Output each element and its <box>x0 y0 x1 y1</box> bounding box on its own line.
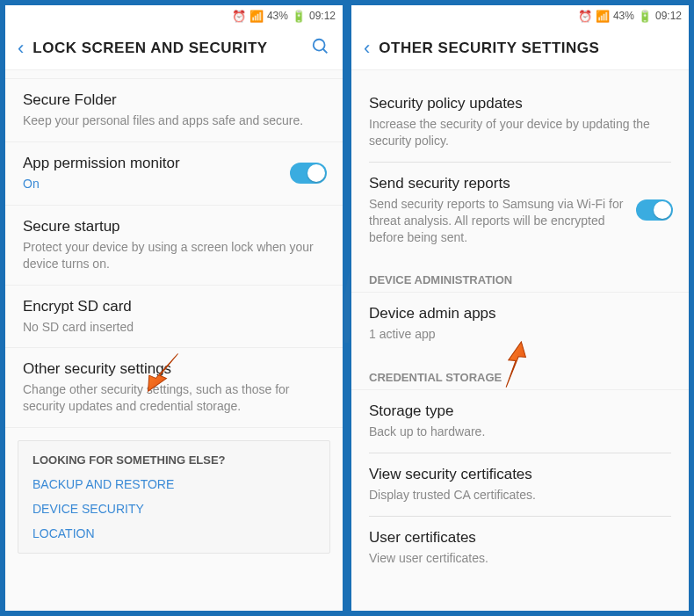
page-title: LOCK SCREEN AND SECURITY <box>33 40 307 57</box>
item-view-security-certificates[interactable]: View security certificates Display trust… <box>351 453 689 516</box>
battery-icon: 🔋 <box>292 10 306 23</box>
settings-list: Secure Folder Keep your personal files a… <box>5 70 343 611</box>
item-sub: Protect your device by using a screen lo… <box>23 239 325 272</box>
search-icon <box>311 37 330 56</box>
item-app-permission-monitor[interactable]: App permission monitor On <box>5 142 343 206</box>
item-title: Device admin apps <box>369 305 671 322</box>
item-secure-startup[interactable]: Secure startup Protect your device by us… <box>5 206 343 286</box>
item-security-policy-updates[interactable]: Security policy updates Increase the sec… <box>351 83 689 162</box>
item-sub: Increase the security of your device by … <box>369 116 671 149</box>
related-links-card: LOOKING FOR SOMETHING ELSE? BACKUP AND R… <box>18 440 330 554</box>
item-title: View security certificates <box>369 466 671 483</box>
battery-pct: 43% <box>267 10 288 22</box>
item-sub: View user certificates. <box>369 550 671 567</box>
item-device-admin-apps[interactable]: Device admin apps 1 active app <box>351 293 689 355</box>
status-bar: ⏰ 📶 43% 🔋 09:12 <box>5 5 343 26</box>
item-sub: 1 active app <box>369 326 671 343</box>
item-sub: Change other security settings, such as … <box>23 381 325 415</box>
settings-list: Security policy updates Increase the sec… <box>351 70 689 611</box>
item-storage-type[interactable]: Storage type Back up to hardware. <box>351 390 689 453</box>
link-backup-restore[interactable]: BACKUP AND RESTORE <box>33 477 315 491</box>
section-credential-storage: CREDENTIAL STORAGE <box>351 355 689 390</box>
alarm-icon: ⏰ <box>232 10 246 23</box>
right-screen: ⏰ 📶 43% 🔋 09:12 ‹ OTHER SECURITY SETTING… <box>350 4 690 612</box>
app-header: ‹ LOCK SCREEN AND SECURITY <box>5 26 343 70</box>
left-screen: ⏰ 📶 43% 🔋 09:12 ‹ LOCK SCREEN AND SECURI… <box>4 4 344 612</box>
item-title: User certificates <box>369 529 671 547</box>
section-device-administration: DEVICE ADMINISTRATION <box>351 257 689 293</box>
item-sub: Back up to hardware. <box>369 424 671 440</box>
link-device-security[interactable]: DEVICE SECURITY <box>33 502 315 516</box>
item-title: Secure Folder <box>23 91 325 109</box>
page-title: OTHER SECURITY SETTINGS <box>379 40 680 57</box>
search-button[interactable] <box>307 33 334 63</box>
signal-icon: 📶 <box>249 10 264 23</box>
item-sub: On <box>23 176 281 192</box>
item-sub: No SD card inserted <box>23 319 325 336</box>
item-other-security-settings[interactable]: Other security settings Change other sec… <box>5 348 343 428</box>
item-title: Secure startup <box>23 218 325 236</box>
item-title: Other security settings <box>23 360 325 378</box>
item-user-certificates[interactable]: User certificates View user certificates… <box>351 517 689 579</box>
item-encrypt-sd[interactable]: Encrypt SD card No SD card inserted <box>5 286 343 349</box>
clock: 09:12 <box>655 10 682 22</box>
svg-point-0 <box>314 39 325 50</box>
battery-pct: 43% <box>613 10 634 22</box>
item-secure-folder[interactable]: Secure Folder Keep your personal files a… <box>5 79 343 142</box>
item-sub: Send security reports to Samsung via Wi-… <box>369 196 627 246</box>
back-button[interactable]: ‹ <box>360 37 379 60</box>
link-location[interactable]: LOCATION <box>33 526 315 540</box>
signal-icon: 📶 <box>596 10 610 23</box>
toggle-send-reports[interactable] <box>636 199 673 221</box>
item-title: Send security reports <box>369 175 627 192</box>
app-header: ‹ OTHER SECURITY SETTINGS <box>351 26 689 70</box>
item-sub: Display trusted CA certificates. <box>369 487 671 504</box>
related-links-head: LOOKING FOR SOMETHING ELSE? <box>33 453 315 467</box>
alarm-icon: ⏰ <box>578 10 592 23</box>
item-send-security-reports[interactable]: Send security reports Send security repo… <box>351 163 689 258</box>
item-sub: Keep your personal files and apps safe a… <box>23 112 325 129</box>
item-title: Encrypt SD card <box>23 298 325 315</box>
svg-line-1 <box>323 48 328 53</box>
toggle-app-permission[interactable] <box>290 163 327 184</box>
item-title: App permission monitor <box>23 155 281 172</box>
screens-container: ⏰ 📶 43% 🔋 09:12 ‹ LOCK SCREEN AND SECURI… <box>0 0 694 616</box>
item-title: Security policy updates <box>369 95 671 112</box>
back-button[interactable]: ‹ <box>14 37 33 60</box>
clock: 09:12 <box>309 10 336 22</box>
item-title: Storage type <box>369 402 671 420</box>
status-bar: ⏰ 📶 43% 🔋 09:12 <box>351 5 689 26</box>
battery-icon: 🔋 <box>638 10 652 23</box>
